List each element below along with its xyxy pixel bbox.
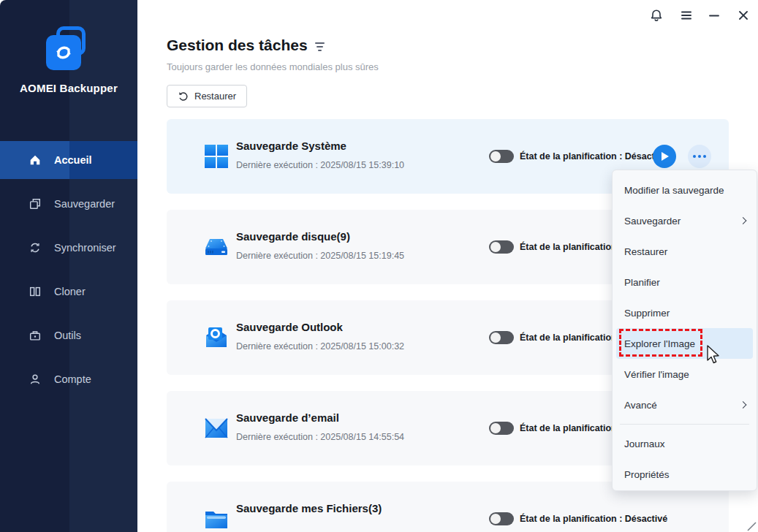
sidebar-item-label: Compte	[54, 373, 91, 385]
restore-button[interactable]: Restaurer	[167, 85, 247, 107]
folder-icon	[203, 506, 230, 532]
task-last-run: Dernière exécution : 2025/08/15 15:00:32	[236, 341, 404, 352]
schedule-toggle[interactable]	[489, 150, 514, 163]
sidebar-item-synchroniser[interactable]: Synchroniser	[0, 229, 137, 267]
menu-item-planifier[interactable]: Planifier	[613, 267, 757, 297]
task-name: Sauvegarde Outlook	[236, 321, 343, 333]
app-name: AOMEI Backupper	[0, 82, 137, 94]
app-menu-icon[interactable]	[678, 7, 694, 23]
menu-item-verifier-l-image[interactable]: Vérifier l'image	[613, 359, 757, 390]
menu-item-avance[interactable]: Avancé	[613, 390, 757, 420]
menu-item-proprietes[interactable]: Propriétés	[613, 459, 757, 490]
close-icon[interactable]	[735, 7, 751, 23]
minimize-icon[interactable]	[706, 7, 722, 23]
mouse-cursor	[706, 345, 724, 368]
menu-item-restaurer[interactable]: Restaurer	[613, 236, 757, 267]
task-name: Sauvegarde mes Fichiers(3)	[236, 502, 382, 514]
app-window: AOMEI Backupper Accueil Sauvegarder	[0, 0, 758, 532]
resize-grip[interactable]	[747, 521, 757, 531]
home-icon	[28, 153, 42, 167]
sidebar-item-label: Outils	[54, 330, 81, 341]
chevron-right-icon	[740, 217, 747, 224]
sidebar-item-label: Sauvegarder	[54, 198, 115, 210]
task-last-run: Dernière exécution : 2025/08/15 14:55:54	[236, 432, 404, 442]
page-subtitle: Toujours garder les données mondiales pl…	[167, 61, 379, 72]
sync-icon	[28, 240, 42, 255]
sidebar-nav: Accueil Sauvegarder Synchroniser	[0, 141, 137, 404]
notifications-bell-icon[interactable]	[648, 7, 664, 23]
tools-icon	[28, 328, 42, 343]
sidebar-item-cloner[interactable]: Cloner	[0, 273, 137, 311]
play-icon	[660, 151, 670, 162]
restore-arrow-icon	[178, 91, 189, 102]
sidebar-item-sauvegarder[interactable]: Sauvegarder	[0, 185, 137, 223]
task-name: Sauvegarde Système	[236, 140, 346, 152]
task-last-run: Dernière exécution : 2025/08/15 15:39:10	[236, 160, 404, 170]
disk-icon	[203, 234, 230, 260]
schedule-toggle[interactable]	[489, 240, 514, 254]
email-icon	[203, 415, 230, 441]
backup-icon	[28, 197, 42, 211]
schedule-status: État de la planification : Désactivé	[520, 514, 667, 524]
menu-item-journaux[interactable]: Journaux	[613, 428, 757, 459]
sync-arrows-icon	[53, 42, 75, 64]
app-logo: AOMEI Backupper	[0, 26, 137, 94]
task-context-menu: Modifier la sauvegarde Sauvegarder Resta…	[612, 170, 757, 491]
windows-icon	[203, 143, 230, 170]
page-title: Gestion des tâches	[167, 37, 325, 54]
schedule-toggle[interactable]	[489, 512, 514, 525]
sidebar-item-label: Cloner	[54, 286, 86, 297]
menu-item-modifier-la-sauvegarde[interactable]: Modifier la sauvegarde	[613, 175, 757, 205]
task-last-run: Dernière exécution : 2025/08/15 15:19:45	[236, 251, 404, 261]
menu-item-sauvegarder[interactable]: Sauvegarder	[613, 205, 757, 236]
sidebar-item-label: Accueil	[54, 154, 92, 166]
aomei-logo-icon	[46, 26, 91, 72]
task-name: Sauvegarde d’email	[236, 411, 339, 424]
account-icon	[28, 372, 42, 387]
filter-icon[interactable]	[315, 42, 325, 51]
menu-item-explorer-l-image[interactable]: Explorer l'Image	[616, 328, 753, 359]
schedule-toggle[interactable]	[489, 422, 514, 435]
task-name: Sauvegarde disque(9)	[236, 230, 350, 243]
schedule-status: État de la planification : Désactivé	[520, 151, 667, 162]
menu-item-supprimer[interactable]: Supprimer	[613, 297, 757, 328]
sidebar-item-outils[interactable]: Outils	[0, 316, 137, 354]
schedule-toggle[interactable]	[489, 331, 514, 344]
run-backup-button[interactable]	[653, 145, 676, 168]
more-options-button[interactable]	[688, 145, 711, 168]
sidebar: AOMEI Backupper Accueil Sauvegarder	[0, 0, 137, 532]
menu-separator	[620, 424, 749, 425]
sidebar-item-accueil[interactable]: Accueil	[0, 141, 137, 179]
outlook-icon	[203, 324, 230, 351]
sidebar-item-compte[interactable]: Compte	[0, 360, 137, 398]
clone-icon	[28, 284, 42, 299]
chevron-right-icon	[740, 401, 747, 408]
sidebar-item-label: Synchroniser	[54, 242, 116, 254]
